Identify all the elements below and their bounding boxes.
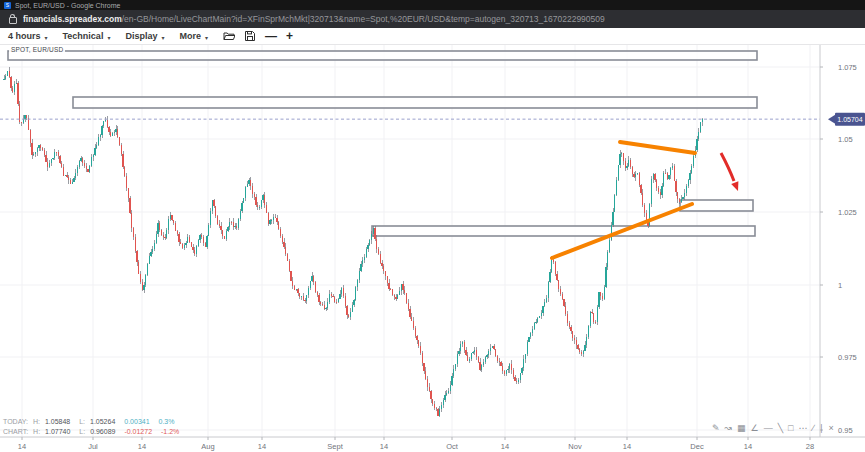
candlestick-chart[interactable]: 14Jul14Aug14Sept14Oct14Nov14Dec14281.075… <box>0 44 865 452</box>
chart-high-value: 1.07740 <box>45 428 70 435</box>
url-path: /en-GB/Home/LiveChartMain?id=XFinSprMchM… <box>122 14 605 24</box>
today-change-pct: 0.3% <box>159 418 175 425</box>
pencil-icon[interactable]: ✎ <box>712 423 720 433</box>
chevron-down-icon: ▾ <box>205 33 208 40</box>
svg-text:0.95: 0.95 <box>838 426 853 435</box>
low-label: L: <box>79 428 85 435</box>
svg-text:Dec: Dec <box>690 442 704 451</box>
svg-text:1: 1 <box>838 281 842 290</box>
pattern-icon[interactable]: ⋯ <box>799 423 808 433</box>
svg-text:1.05: 1.05 <box>838 135 853 144</box>
instrument-label: SPOT, EUR/USD <box>9 46 65 53</box>
url-domain: financials.spreadex.com <box>23 14 122 24</box>
today-label: TODAY: <box>3 418 28 425</box>
svg-text:14: 14 <box>18 442 26 451</box>
more-label: More <box>179 31 201 41</box>
chart-label: CHART: <box>3 428 28 435</box>
timeframe-label: 4 hours <box>8 31 41 41</box>
high-label: H: <box>33 428 40 435</box>
trend-line-icon[interactable]: ╲ <box>778 423 783 433</box>
today-change-value: 0.00341 <box>124 418 149 425</box>
svg-text:1.05704: 1.05704 <box>837 116 862 123</box>
horizontal-line-icon[interactable]: — <box>764 423 773 433</box>
technical-menu[interactable]: Technical▾ <box>63 31 111 41</box>
today-high-value: 1.05848 <box>45 418 70 425</box>
remove-icon[interactable]: × <box>829 423 834 433</box>
chart-toolbar: 4 hours▾ Technical▾ Display▾ More▾ — + <box>0 28 865 45</box>
indicators-icon[interactable]: ∠ <box>751 423 759 433</box>
time-axis-labels: 14Jul14Aug14Sept14Oct14Nov14Dec1428 <box>18 442 814 451</box>
svg-text:14: 14 <box>501 442 509 451</box>
chart-legend: TODAY: H: 1.05848 L: 1.05264 0.00341 0.3… <box>3 417 186 436</box>
svg-text:Oct: Oct <box>446 442 459 451</box>
sell-arrow[interactable] <box>721 153 738 191</box>
freehand-icon[interactable]: ↝ <box>725 423 733 433</box>
chart-area[interactable]: 14Jul14Aug14Sept14Oct14Nov14Dec14281.075… <box>0 44 865 452</box>
svg-text:1.025: 1.025 <box>838 208 857 217</box>
window-title: Spot, EUR/USD - Google Chrome <box>15 2 120 9</box>
technical-label: Technical <box>63 31 104 41</box>
vertical-line-icon[interactable]: ∣ <box>819 423 824 433</box>
chart-legend-row: CHART: H: 1.07740 L: 0.96089 -0.01272 -1… <box>3 427 186 437</box>
svg-text:14: 14 <box>744 442 752 451</box>
chart-low-value: 0.96089 <box>90 428 115 435</box>
svg-text:Jul: Jul <box>88 442 98 451</box>
high-label: H: <box>33 418 40 425</box>
low-label: L: <box>79 418 85 425</box>
grid-icon[interactable]: ▦ <box>737 423 746 433</box>
resistance-zone-upper[interactable] <box>73 97 757 108</box>
more-menu[interactable]: More▾ <box>179 31 208 41</box>
open-folder-icon[interactable] <box>223 31 235 41</box>
display-menu[interactable]: Display▾ <box>125 31 164 41</box>
today-legend-row: TODAY: H: 1.05848 L: 1.05264 0.00341 0.3… <box>3 417 186 427</box>
browser-urlbar[interactable]: financials.spreadex.com/en-GB/Home/LiveC… <box>0 10 865 28</box>
resistance-zone-top[interactable] <box>8 51 757 60</box>
svg-text:Aug: Aug <box>201 442 214 451</box>
svg-text:14: 14 <box>138 442 146 451</box>
svg-text:28: 28 <box>806 442 814 451</box>
display-label: Display <box>125 31 157 41</box>
chart-change-value: -0.01272 <box>124 428 152 435</box>
svg-text:14: 14 <box>380 442 388 451</box>
descending-trendline[interactable] <box>620 142 695 153</box>
today-low-value: 1.05264 <box>90 418 115 425</box>
chevron-down-icon: ▾ <box>107 33 110 40</box>
browser-titlebar: S Spot, EUR/USD - Google Chrome <box>0 0 865 10</box>
timeframe-menu[interactable]: 4 hours▾ <box>8 31 48 41</box>
support-zone-wide[interactable] <box>372 226 755 236</box>
rectangle-icon[interactable]: □ <box>788 423 793 433</box>
chart-change-pct: -1.2% <box>161 428 179 435</box>
chevron-down-icon: ▾ <box>45 33 48 40</box>
svg-text:Nov: Nov <box>568 442 582 451</box>
svg-text:0.975: 0.975 <box>838 353 857 362</box>
zoom-out-button[interactable]: — <box>265 29 277 43</box>
lock-icon <box>9 17 17 24</box>
spreadex-favicon: S <box>4 2 11 9</box>
chevron-down-icon: ▾ <box>161 33 164 40</box>
svg-text:14: 14 <box>623 442 631 451</box>
svg-text:Sept: Sept <box>327 442 343 451</box>
ray-icon[interactable]: ∕ <box>813 423 815 433</box>
svg-text:1.075: 1.075 <box>838 63 857 72</box>
zoom-in-button[interactable]: + <box>286 29 293 43</box>
address-text[interactable]: financials.spreadex.com/en-GB/Home/LiveC… <box>23 14 605 24</box>
save-icon[interactable] <box>245 31 255 41</box>
drawing-toolbar[interactable]: ✎↝▦∠—╲□⋯∕∣× <box>712 423 834 433</box>
svg-text:14: 14 <box>258 442 266 451</box>
current-price-badge: 1.05704 <box>828 113 865 126</box>
